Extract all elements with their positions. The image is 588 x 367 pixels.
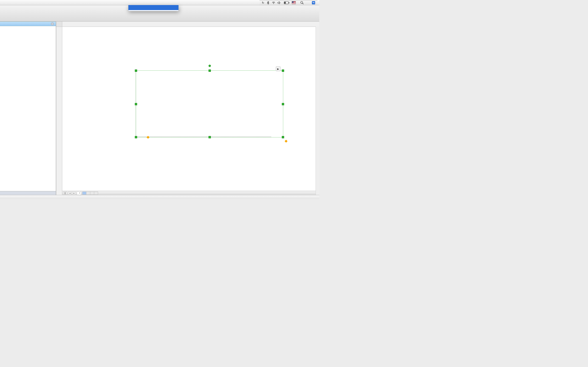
main-area: ×: [0, 22, 319, 195]
menu-item-show-inspectors[interactable]: [128, 5, 179, 10]
wifi-icon[interactable]: [272, 1, 275, 4]
panel-toggle-icon[interactable]: ‖: [63, 192, 67, 195]
document-bar: ‖ ◂ ▸ ▾: [62, 191, 319, 195]
scrollbar-vertical[interactable]: [316, 27, 319, 195]
toggle-icon[interactable]: ⇆: [312, 1, 315, 4]
input-flag[interactable]: [292, 1, 296, 4]
svg-line-5: [303, 3, 303, 4]
side-panel: ×: [0, 22, 56, 195]
ruler-horizontal: [62, 22, 319, 27]
battery-status[interactable]: [283, 1, 289, 4]
inspectors-dropdown: [128, 5, 179, 11]
library-header[interactable]: ×: [0, 22, 56, 26]
page-tabs[interactable]: [82, 192, 98, 195]
canvas[interactable]: ▶: [62, 27, 319, 191]
smart-tag-icon[interactable]: ▶: [276, 67, 280, 71]
selection-outline: [136, 70, 283, 137]
page-first-icon[interactable]: ◂: [68, 192, 72, 195]
side-footer: [0, 191, 56, 195]
spotlight-icon[interactable]: [300, 1, 304, 4]
svg-point-4: [301, 1, 303, 3]
menu-extras-icon[interactable]: [306, 1, 310, 4]
canvas-area: ▶ ‖ ◂ ▸ ▾: [62, 22, 319, 195]
svg-rect-2: [289, 2, 289, 3]
close-library-icon[interactable]: ×: [51, 22, 54, 25]
bluetooth-icon[interactable]: [267, 1, 270, 4]
page-nav: ◂ ▸: [68, 192, 76, 195]
menubar-status: ↻ ⇆: [259, 0, 317, 5]
sync-icon[interactable]: ↻: [262, 1, 264, 4]
svg-rect-3: [284, 2, 286, 4]
shape-list: [0, 26, 56, 191]
zoom-select[interactable]: ▾: [77, 191, 81, 195]
menubar: ↻ ⇆: [0, 0, 319, 5]
page-prev-icon[interactable]: ▸: [72, 192, 76, 195]
volume-icon[interactable]: [277, 1, 281, 4]
status-bar: [0, 195, 319, 199]
svg-point-0: [273, 3, 274, 4]
chart-object[interactable]: ▶: [122, 61, 274, 146]
ruler-vertical: [56, 22, 62, 195]
